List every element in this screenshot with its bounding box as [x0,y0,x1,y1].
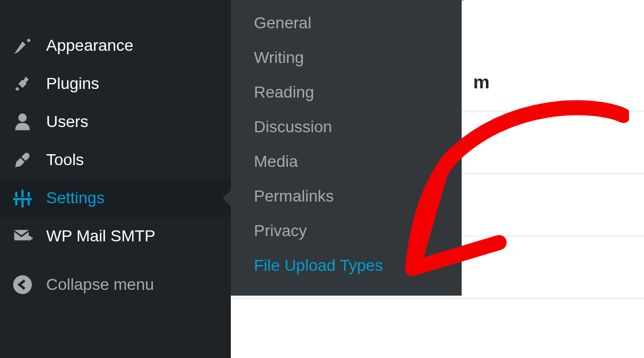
sidebar-item-label: Settings [46,189,104,207]
sidebar-item-label: Appearance [46,36,133,55]
submenu-item-label: File Upload Types [254,256,383,274]
plugins-icon [12,73,33,95]
submenu-item-label: Writing [254,49,304,66]
sidebar-item-label: Tools [46,151,84,169]
sidebar-item-tools[interactable]: Tools [0,141,231,179]
submenu-item-label: Discussion [254,118,332,136]
sidebar-item-users[interactable]: Users [0,103,231,141]
settings-icon [12,187,33,209]
collapse-icon [12,274,33,296]
svg-rect-10 [14,230,29,240]
submenu-item-permalinks[interactable]: Permalinks [231,179,462,214]
submenu-item-label: Reading [254,83,314,101]
sidebar-item-appearance[interactable]: Appearance [0,27,231,65]
svg-rect-2 [21,190,24,197]
svg-rect-9 [25,198,32,200]
admin-sidebar: Appearance Plugins Users Tools Settings … [0,0,231,358]
sidebar-item-wpmailsmtp[interactable]: WP Mail SMTP [0,217,231,255]
svg-point-0 [18,114,27,122]
mail-icon [12,225,33,247]
content-text-fragment: m [473,72,489,93]
divider [231,298,644,299]
users-icon [12,111,33,133]
sidebar-item-label: Users [46,113,88,131]
sidebar-item-label: Plugins [46,74,99,93]
submenu-item-privacy[interactable]: Privacy [231,214,462,248]
svg-rect-8 [20,198,26,200]
svg-point-11 [13,275,32,294]
svg-rect-7 [13,198,20,200]
submenu-item-discussion[interactable]: Discussion [231,110,462,144]
submenu-item-label: Media [254,152,298,170]
submenu-item-label: Privacy [254,222,307,240]
submenu-item-label: Permalinks [254,187,334,205]
svg-rect-6 [28,200,30,206]
submenu-item-general[interactable]: General [231,6,462,40]
submenu-item-writing[interactable]: Writing [231,40,462,75]
collapse-label: Collapse menu [46,275,154,294]
svg-rect-4 [15,200,17,206]
collapse-menu[interactable]: Collapse menu [0,266,231,304]
tools-icon [12,149,33,171]
sidebar-item-plugins[interactable]: Plugins [0,65,231,103]
svg-rect-1 [15,192,17,197]
settings-submenu: General Writing Reading Discussion Media… [231,0,462,296]
submenu-item-label: General [254,14,312,32]
sidebar-item-settings[interactable]: Settings [0,179,231,217]
submenu-item-media[interactable]: Media [231,144,462,179]
submenu-item-reading[interactable]: Reading [231,75,462,110]
submenu-item-file-upload-types[interactable]: File Upload Types [231,248,462,283]
svg-rect-5 [21,200,24,208]
sidebar-item-label: WP Mail SMTP [46,227,155,245]
svg-rect-3 [28,192,30,197]
appearance-icon [12,35,33,57]
